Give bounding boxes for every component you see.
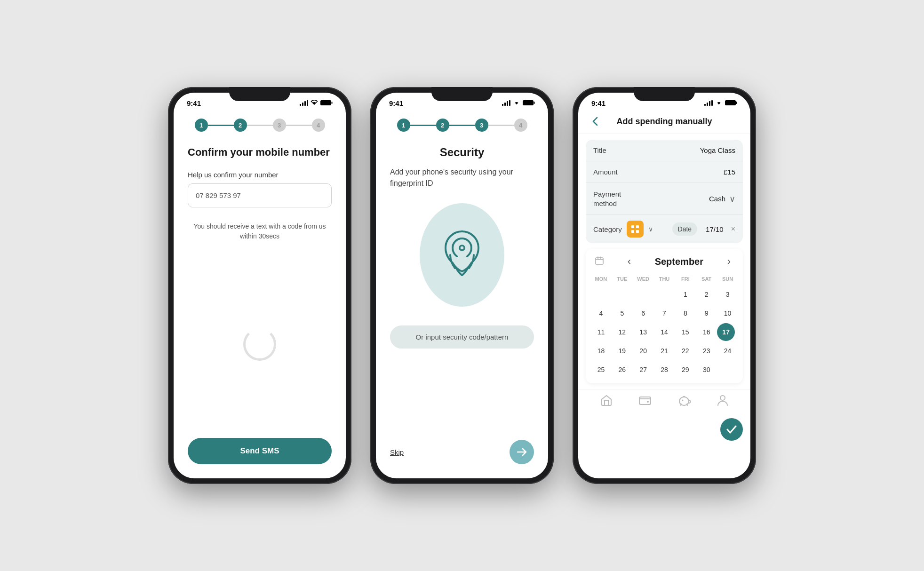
notch-3 <box>634 87 695 101</box>
cal-cell[interactable]: 30 <box>696 361 717 379</box>
cal-cell[interactable]: 2 <box>696 286 717 303</box>
svg-rect-17 <box>736 102 737 104</box>
cal-cell[interactable]: 13 <box>633 323 654 341</box>
cal-cell[interactable]: 6 <box>633 304 654 322</box>
cal-cell[interactable]: 23 <box>696 342 717 360</box>
svg-point-27 <box>647 401 649 403</box>
piggy-nav-icon[interactable] <box>677 394 691 409</box>
cal-cell[interactable]: 14 <box>654 323 675 341</box>
day-sun: SUN <box>717 274 738 286</box>
svg-rect-11 <box>534 102 535 104</box>
day-fri: FRI <box>675 274 696 286</box>
checkmark-icon <box>726 425 737 434</box>
cal-cell[interactable]: 22 <box>675 342 696 360</box>
category-row: Category ∨ Date 17/10 × <box>586 215 743 243</box>
next-button[interactable] <box>510 440 534 464</box>
screen3-header: Add spending manually <box>578 109 750 134</box>
profile-nav-icon[interactable] <box>717 394 728 409</box>
cal-cell <box>633 286 654 303</box>
cal-cell[interactable]: 12 <box>612 323 633 341</box>
day-mon: MON <box>590 274 612 286</box>
cal-cell[interactable]: 1 <box>675 286 696 303</box>
cal-cell[interactable]: 25 <box>590 361 612 379</box>
cal-cell[interactable]: 10 <box>717 304 738 322</box>
date-clear-button[interactable]: × <box>731 225 735 233</box>
phone-input[interactable]: 07 829 573 97 <box>188 183 332 207</box>
step-2: 2 <box>234 119 247 132</box>
calendar-prev-button[interactable]: ‹ <box>625 255 634 268</box>
svg-rect-4 <box>320 100 331 105</box>
wifi-icon-3 <box>715 100 723 107</box>
svg-rect-3 <box>307 100 308 106</box>
security-desc: Add your phone's security using your fin… <box>390 167 534 189</box>
cal-cell[interactable]: 3 <box>717 286 738 303</box>
day-thu: THU <box>654 274 675 286</box>
cal-cell[interactable]: 5 <box>612 304 633 322</box>
cal-cell[interactable]: 28 <box>654 361 675 379</box>
cal-cell[interactable]: 18 <box>590 342 612 360</box>
cal-cell[interactable]: 26 <box>612 361 633 379</box>
svg-rect-0 <box>300 104 301 106</box>
screen2-content: 1 2 3 4 Security Add your phone's securi… <box>376 109 548 478</box>
cal-cell[interactable]: 4 <box>590 304 612 322</box>
home-nav-icon[interactable] <box>600 395 613 409</box>
send-sms-button[interactable]: Send SMS <box>188 438 332 464</box>
cal-cell[interactable]: 27 <box>633 361 654 379</box>
phone-1: 9:41 1 2 3 <box>168 87 351 484</box>
title-row: Title Yoga Class <box>586 140 743 161</box>
payment-row: Paymentmethod Cash ∨ <box>586 183 743 215</box>
cal-cell <box>654 286 675 303</box>
phone-label: Help us confirm your number <box>188 171 332 179</box>
cal-cell[interactable]: 7 <box>654 304 675 322</box>
screen2-body: 1 2 3 4 Security Add your phone's securi… <box>376 109 548 478</box>
svg-point-29 <box>682 400 684 401</box>
cal-cell[interactable]: 11 <box>590 323 612 341</box>
svg-point-30 <box>720 396 725 400</box>
calendar-next-button[interactable]: › <box>725 255 733 268</box>
page-title: Add spending manually <box>603 117 726 127</box>
back-button[interactable] <box>588 114 603 129</box>
screen1-body: 1 2 3 4 Confirm your mobile number Help … <box>174 109 346 478</box>
spending-form: Title Yoga Class Amount £15 Paymentmetho… <box>586 140 743 243</box>
security-code-button[interactable]: Or input security code/pattern <box>390 325 534 349</box>
confirm-button[interactable] <box>720 418 743 441</box>
cal-cell[interactable]: 8 <box>675 304 696 322</box>
cal-cell-selected[interactable]: 17 <box>717 323 735 341</box>
battery-icon-2 <box>523 100 535 107</box>
skip-link[interactable]: Skip <box>390 448 404 456</box>
screen-1: 9:41 1 2 3 <box>174 93 346 478</box>
cal-cell[interactable]: 29 <box>675 361 696 379</box>
status-icons-1 <box>300 100 333 107</box>
status-icons-3 <box>704 100 737 107</box>
cal-cell[interactable]: 9 <box>696 304 717 322</box>
step-line-1-2 <box>208 125 234 126</box>
info-text: You should receive a text with a code fr… <box>188 222 332 241</box>
amount-value[interactable]: £15 <box>631 168 735 176</box>
step2-line-2-3 <box>449 125 475 126</box>
date-value[interactable]: 17/10 <box>706 225 724 233</box>
svg-rect-1 <box>302 103 303 106</box>
step2-1: 1 <box>397 119 410 132</box>
calendar-header: ‹ September › <box>586 249 743 274</box>
category-icon-button[interactable] <box>627 221 644 238</box>
wifi-icon-2 <box>513 100 520 107</box>
payment-value[interactable]: Cash ∨ <box>631 194 735 204</box>
calendar-grid-icon[interactable] <box>595 256 604 267</box>
battery-icon-3 <box>725 100 737 107</box>
progress-bar-1: 1 2 3 4 <box>188 119 332 132</box>
step-line-2-3 <box>247 125 273 126</box>
step-line-3-4 <box>286 125 312 126</box>
grid-icon <box>631 225 639 233</box>
cal-cell[interactable]: 20 <box>633 342 654 360</box>
cal-cell <box>717 361 738 379</box>
cal-cell[interactable]: 16 <box>696 323 717 341</box>
cal-cell[interactable]: 15 <box>675 323 696 341</box>
title-value[interactable]: Yoga Class <box>631 146 735 154</box>
cal-cell[interactable]: 19 <box>612 342 633 360</box>
title-label: Title <box>593 146 631 154</box>
cal-cell[interactable]: 24 <box>717 342 738 360</box>
cal-cell[interactable]: 21 <box>654 342 675 360</box>
wallet-nav-icon[interactable] <box>638 395 652 409</box>
svg-rect-6 <box>502 104 503 106</box>
status-icons-2 <box>502 100 535 107</box>
